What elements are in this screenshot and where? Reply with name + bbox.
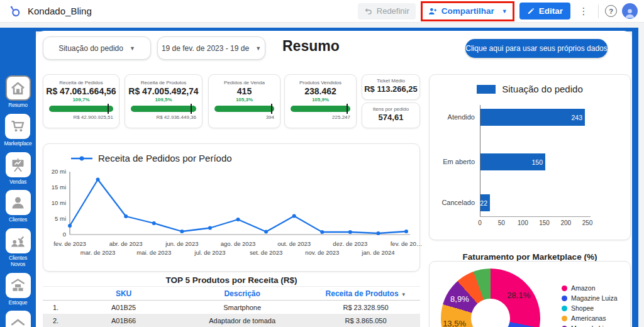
table-cell-receita: R$ 23.328.950 [311,304,420,311]
bar-value-label: 150 [531,153,543,170]
table-cell-index: 1. [43,304,74,311]
sidebar-item-clientes[interactable]: Clientes [6,190,31,223]
donut-slice-label: 13,5% [443,319,466,327]
legend-label: Mercado Livre [571,324,613,327]
line-series-marker-icon [71,155,92,162]
legend-dot-icon [562,316,567,321]
line-chart-plot[interactable]: 05 mi10 mi15 mi20 mifev. de 2023mar. de … [45,168,418,269]
bar-category-label: Cancelado [430,199,475,206]
page-navigation-sidebar: ResumoMarketplaceVendasClientesClientes … [0,28,36,327]
kpi-title: Pedidos de Venda [209,80,280,86]
line-point[interactable] [348,230,352,234]
bar-atendido[interactable]: 243 [480,109,585,126]
chevron-down-icon[interactable]: ▼ [502,8,508,14]
undo-icon [364,7,373,16]
pencil-icon [527,7,535,15]
line-point[interactable] [320,230,324,234]
kpi-progress-bar [131,106,196,112]
svg-text:5 mi: 5 mi [55,215,66,222]
line-point[interactable] [124,214,128,218]
line-point[interactable] [208,226,212,230]
kpi-value: R$ 47.005.492,74 [125,86,202,96]
table-title: TOP 5 Produtos por Receita (R$) [43,275,420,285]
sidebar-item-estoque[interactable]: Estoque [6,273,31,306]
kpi-value: R$ 113.266,25 [362,84,419,94]
home-icon [9,80,26,97]
line-point[interactable] [376,231,380,235]
kpi-value: R$ 47.061.664,56 [43,86,119,96]
kpi-target-value: R$ 42.936.449,36 [125,114,196,120]
line-point[interactable] [264,230,268,234]
sort-caret-icon[interactable]: ▼ [401,292,406,297]
svg-text:20 mi: 20 mi [52,168,66,175]
line-point[interactable] [180,230,184,233]
kpi-delta-badge: 105,3% [209,97,280,103]
legend-item-mercado-livre[interactable]: Mercado Livre [562,324,618,327]
more-options-icon[interactable]: ⋮ [575,3,592,19]
legend-item-americanas[interactable]: Americanas [562,314,618,322]
donut-legend: AmazonMagazine LuizaShopeeAmericanasMerc… [562,284,618,327]
svg-text:ago. de 2023: ago. de 2023 [221,240,255,247]
table-header-descricao[interactable]: Descrição [173,289,311,298]
kpi-title: Produtos Vendidos [285,80,356,86]
legend-dot-icon [562,285,567,291]
table-header-receita[interactable]: Receita de Produtos▼ [311,289,420,298]
line-point[interactable] [68,224,72,228]
use-own-data-button[interactable]: Clique aqui para usar seus próprios dado… [465,39,608,58]
line-point[interactable] [292,214,296,218]
people-check-icon [9,233,26,250]
kpi-card-itens-por-pedido[interactable]: Itens por pedido574,61 [362,103,420,128]
line-chart-svg: 05 mi10 mi15 mi20 mifev. de 2023mar. de … [45,168,418,269]
legend-item-magazine-luiza[interactable]: Magazine Luiza [562,294,618,302]
table-row[interactable]: 2.A01B66Adaptador de tomadaR$ 3.865.050 [43,314,420,327]
sidebar-item-label: Vendas [9,179,26,186]
edit-button[interactable]: Editar [519,3,570,19]
line-point[interactable] [152,221,156,225]
donut-slice-label: 28,1% [507,291,530,300]
share-annotation-box: Compartilhar ▼ [421,1,514,21]
svg-text:fev. de 20…: fev. de 20… [391,240,423,247]
dashboard-frame-right [632,28,638,327]
sidebar-item-partial[interactable] [6,311,31,327]
line-point[interactable] [96,178,100,182]
sidebar-item-clientes-novos[interactable]: Clientes Novos [1,228,35,268]
date-range-filter-dropdown[interactable]: 19 de fev. de 2023 - 19 de ▼ [157,36,265,60]
status-filter-dropdown[interactable]: Situação do pedido ▼ [43,36,151,60]
legend-item-amazon[interactable]: Amazon [562,284,618,292]
kpi-card-pedidos-de-venda[interactable]: Pedidos de Venda415105,3%394 [208,74,280,128]
svg-text:jun. de 2023: jun. de 2023 [165,240,198,247]
bar-chart-plot: Atendido243Em aberto150Cancelado22050100… [430,75,630,240]
bar-cancelado[interactable]: 22 [480,194,490,211]
table-cell-sku: A01B25 [74,304,173,311]
user-avatar[interactable] [622,3,638,19]
app-window: Kondado_Bling Redefinir Compartilhar ▼ E… [0,0,644,327]
table-header-sku[interactable]: SKU [74,289,173,298]
chevron-down-icon: ▼ [130,45,135,52]
sidebar-item-resumo[interactable]: Resumo [6,75,31,109]
bar-em-aberto[interactable]: 150 [480,153,545,170]
reset-button[interactable]: Redefinir [358,3,416,19]
sidebar-item-marketplace[interactable]: Marketplace [4,114,31,147]
kpi-title: Ticket Médio [362,78,419,84]
legend-label: Amazon [571,284,596,292]
line-chart-legend: Receita de Pedidos por Período [71,153,232,164]
share-button[interactable]: Compartilhar ▼ [424,4,511,19]
line-point[interactable] [404,230,408,233]
kpi-card-ticket-medio[interactable]: Ticket MédioR$ 113.266,25 [362,74,420,100]
kpi-card-receita-de-pedidos[interactable]: Receita de PedidosR$ 47.061.664,56109,7%… [43,74,119,128]
sidebar-item-vendas[interactable]: Vendas [6,152,31,186]
line-point[interactable] [236,218,240,221]
looker-studio-logo-icon [9,5,21,18]
kpi-progress-bar [214,106,274,112]
table-row[interactable]: 1.A01B25SmartphoneR$ 23.328.950 [43,301,420,314]
sidebar-item-label: Estoque [9,300,28,306]
kpi-delta-badge: 109,5% [125,97,202,103]
sidebar-item-label: Resumo [8,103,27,109]
kpi-target-value: 394 [209,114,274,120]
help-icon[interactable]: ? [605,5,617,17]
svg-text:jul. de 2023: jul. de 2023 [194,249,225,256]
legend-item-shopee[interactable]: Shopee [562,304,618,312]
kpi-card-produtos-vendidos[interactable]: Produtos Vendidos238.462105,9%225.247 [284,74,357,128]
legend-dot-icon [562,296,567,301]
kpi-card-receita-de-produtos[interactable]: Receita de ProdutosR$ 47.005.492,74109,5… [125,74,203,128]
